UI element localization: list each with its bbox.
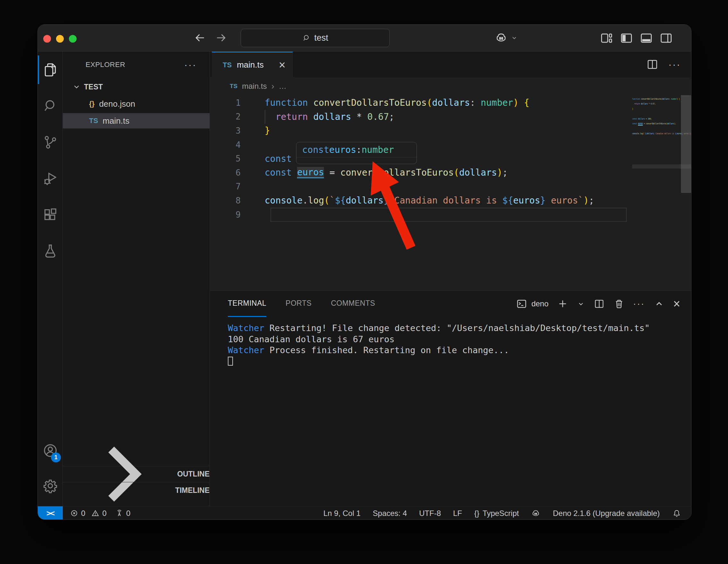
explorer-more-actions-icon[interactable] [184, 59, 197, 70]
tab-ports[interactable]: PORTS [285, 291, 311, 317]
file-name: main.ts [103, 116, 129, 126]
minimap[interactable]: function convertDollarsToEuros(dollars: … [632, 97, 667, 141]
terminal-cursor [228, 357, 233, 366]
eol-item[interactable]: LF [453, 509, 462, 518]
code-editor[interactable]: 1function convertDollarsToEuros(dollars:… [210, 95, 691, 290]
outline-label: OUTLINE [177, 470, 210, 478]
split-editor-icon[interactable] [646, 58, 659, 71]
run-debug-icon [42, 170, 58, 187]
close-window-button[interactable] [43, 35, 51, 43]
copilot-status-icon[interactable] [531, 509, 541, 518]
timeline-label: TIMELINE [175, 486, 210, 495]
deno-status-item[interactable]: Deno 2.1.6 (Upgrade available) [553, 509, 660, 518]
kill-terminal-trash-icon[interactable] [613, 298, 625, 310]
breadcrumb-separator [271, 81, 274, 91]
terminal-icon [516, 298, 527, 310]
tab-terminal[interactable]: TERMINAL [228, 291, 266, 317]
close-panel-icon[interactable] [673, 298, 680, 310]
current-line-highlight [270, 208, 627, 222]
code-line[interactable]: 1function convertDollarsToEuros(dollars:… [210, 96, 691, 110]
extensions-icon [42, 207, 58, 223]
explorer-title: EXPLORER [86, 61, 125, 69]
code-line[interactable]: 8console.log(`${dollars} Canadian dollar… [210, 194, 691, 208]
code-line[interactable]: 3} [210, 124, 691, 138]
outline-section[interactable]: OUTLINE [63, 466, 210, 482]
activity-search[interactable] [38, 88, 63, 124]
breadcrumb[interactable]: main.ts [210, 77, 691, 95]
tab-main-ts[interactable]: main.ts [212, 52, 293, 77]
typescript-file-icon [89, 117, 98, 125]
new-terminal-icon[interactable] [557, 298, 568, 310]
forward-arrow-icon[interactable] [215, 32, 227, 44]
editor-scrollbar[interactable] [681, 95, 691, 193]
search-value: test [314, 33, 328, 43]
ports-status-item[interactable]: 0 [115, 509, 130, 518]
folder-test-label: TEST [84, 83, 103, 91]
code-line[interactable]: 5const dollars = 100; [210, 152, 691, 166]
warning-count: 0 [102, 509, 106, 518]
activity-run-debug[interactable] [38, 160, 63, 196]
language-mode-item[interactable]: TypeScript [474, 509, 519, 518]
radio-tower-icon [115, 509, 124, 518]
zoom-window-button[interactable] [69, 35, 77, 43]
search-icon [42, 98, 58, 114]
forwarded-ports-count: 0 [126, 509, 130, 518]
gear-icon [42, 478, 58, 494]
terminal-line [228, 356, 650, 367]
problems-status-item[interactable]: 0 0 [70, 509, 107, 518]
terminal-line: 100 Canadian dollars is 67 euros [228, 334, 650, 345]
activity-account[interactable]: 1 [38, 433, 63, 468]
terminal-dropdown-icon[interactable] [577, 300, 585, 308]
editor-more-actions-icon[interactable] [668, 59, 681, 70]
activity-explorer[interactable] [38, 52, 63, 88]
activity-testing[interactable] [38, 233, 63, 269]
copilot-icon[interactable] [494, 31, 508, 45]
panel: TERMINAL PORTS COMMENTS deno [210, 290, 691, 506]
command-center-search[interactable]: test [241, 29, 390, 47]
file-name: deno.json [99, 99, 135, 109]
breadcrumb-file[interactable]: main.ts [242, 82, 267, 91]
terminal-line: Watcher Process finished. Restarting on … [228, 345, 650, 356]
activity-extensions[interactable] [38, 196, 63, 233]
encoding-item[interactable]: UTF-8 [419, 509, 441, 518]
code-line[interactable]: 7 [210, 180, 691, 194]
notifications-bell-icon[interactable] [672, 509, 682, 518]
terminal-output[interactable]: Watcher Restarting! File change detected… [228, 323, 650, 367]
source-control-icon [42, 134, 58, 150]
titlebar: test [38, 25, 691, 52]
breadcrumb-more[interactable] [279, 82, 286, 91]
files-icon [42, 62, 58, 78]
remote-indicator[interactable] [38, 506, 63, 520]
code-line[interactable]: 4 [210, 138, 691, 152]
activity-settings[interactable] [38, 468, 63, 503]
error-icon [70, 509, 79, 518]
indent-guide [265, 110, 265, 124]
close-tab-icon[interactable] [279, 59, 285, 71]
folder-test[interactable]: TEST [63, 79, 210, 95]
split-terminal-icon[interactable] [593, 298, 605, 310]
timeline-section[interactable]: TIMELINE [63, 482, 210, 506]
cursor-position-item[interactable]: Ln 9, Col 1 [323, 509, 360, 518]
maximize-panel-icon[interactable] [653, 298, 665, 310]
chevron-down-icon[interactable] [510, 34, 518, 42]
tab-comments[interactable]: COMMENTS [331, 291, 375, 317]
panel-more-actions-icon[interactable] [633, 299, 645, 309]
traffic-lights [43, 35, 77, 43]
toggle-secondary-sidebar-icon[interactable] [659, 31, 673, 45]
file-main-ts[interactable]: main.ts [63, 113, 210, 129]
editor-tab-bar: main.ts [210, 52, 691, 77]
braces-icon [474, 509, 479, 518]
account-badge: 1 [51, 452, 61, 462]
code-line[interactable]: 6const euros = convertDollarsToEuros(dol… [210, 166, 691, 180]
indentation-item[interactable]: Spaces: 4 [373, 509, 407, 518]
activity-source-control[interactable] [38, 124, 63, 160]
toggle-primary-sidebar-icon[interactable] [619, 31, 633, 45]
file-deno-json[interactable]: deno.json [63, 96, 210, 112]
back-arrow-icon[interactable] [194, 32, 206, 44]
code-line[interactable]: 2 return dollars * 0.67; [210, 110, 691, 124]
toggle-panel-icon[interactable] [639, 31, 653, 45]
customize-layout-icon[interactable] [600, 31, 614, 45]
terminal-line: Watcher Restarting! File change detected… [228, 323, 650, 334]
terminal-shell-item[interactable]: deno [516, 298, 548, 310]
minimize-window-button[interactable] [56, 35, 64, 43]
